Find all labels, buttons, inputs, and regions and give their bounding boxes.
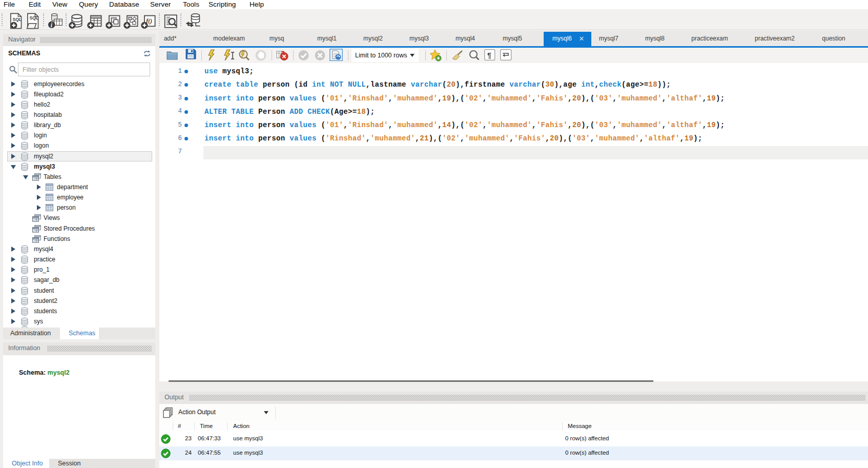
svg-text:SQL: SQL [30,15,38,21]
svg-text:SQL: SQL [13,17,22,22]
svg-text:¶: ¶ [487,51,491,59]
